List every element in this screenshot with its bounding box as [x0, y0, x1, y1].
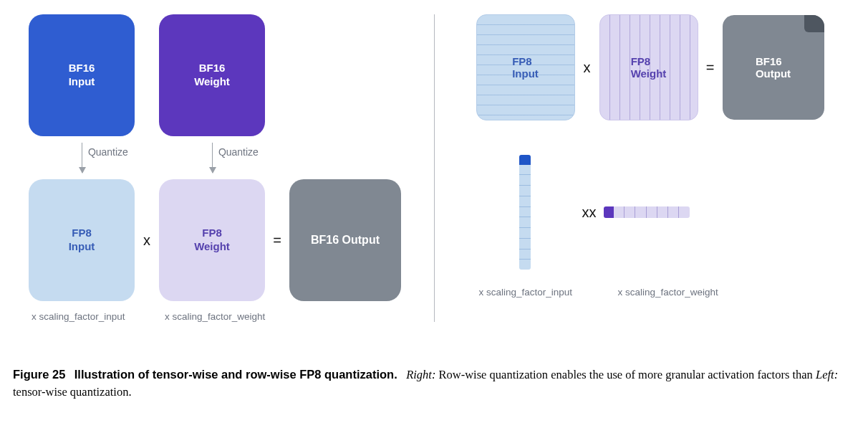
caption-right-label: Right: — [406, 368, 435, 381]
bf16-output-box: BF16 Output — [723, 15, 824, 120]
scaling-factor-input-label: x scaling_factor_input — [476, 287, 601, 298]
panel-divider — [434, 14, 435, 322]
fp8-weight-label: FP8 Weight — [631, 55, 667, 80]
arrow-down-icon — [212, 143, 213, 173]
scaling-column-vector — [519, 155, 531, 270]
caption-left-text: tensor-wise quantization. — [13, 385, 132, 399]
fp8-weight-striped-box: FP8 Weight — [599, 14, 698, 120]
times-operator: x — [135, 232, 159, 249]
scaling-factor-weight-label: x scaling_factor_weight — [162, 311, 271, 322]
fp8-input-box: FP8 Input — [29, 179, 135, 301]
fp8-quantization-figure: BF16 Input BF16 Weight Quantize Quantize — [13, 14, 855, 322]
equals-operator: = — [698, 60, 723, 76]
fp8-input-label: FP8 Input — [512, 55, 539, 80]
bf16-output-label: BF16 Output — [311, 233, 380, 247]
bf16-weight-box: BF16 Weight — [159, 14, 265, 136]
corner-fold-icon — [804, 15, 824, 32]
quantize-label-weight: Quantize — [218, 146, 259, 158]
caption-left-label: Left: — [816, 368, 838, 381]
times-operator: x — [575, 60, 599, 76]
left-panel-tensorwise: BF16 Input BF16 Weight Quantize Quantize — [13, 14, 428, 322]
fp8-weight-box: FP8 Weight — [159, 179, 265, 301]
scaling-row-vector — [604, 206, 690, 218]
quantize-label-input: Quantize — [88, 146, 128, 158]
bf16-output-box: BF16 Output — [289, 179, 401, 301]
bf16-input-label: BF16 Input — [69, 62, 95, 89]
quantize-arrow-weight: Quantize — [159, 136, 265, 179]
fp8-weight-label: FP8 Weight — [194, 227, 230, 254]
figure-caption: Figure 25 Illustration of tensor-wise an… — [13, 366, 855, 401]
figure-title: Illustration of tensor-wise and row-wise… — [74, 368, 397, 381]
right-panel-rowwise: FP8 Input x FP8 Weight = BF16 Output — [440, 14, 856, 322]
arrow-down-icon — [82, 143, 82, 173]
scaling-factor-weight-label: x scaling_factor_weight — [601, 287, 761, 298]
quantize-arrow-input: Quantize — [29, 136, 135, 179]
figure-number: Figure 25 — [13, 368, 65, 381]
equals-operator: = — [265, 232, 289, 249]
fp8-input-striped-box: FP8 Input — [476, 14, 575, 120]
bf16-input-box: BF16 Input — [29, 14, 135, 136]
scaling-factor-input-label: x scaling_factor_input — [29, 311, 138, 322]
bf16-weight-label: BF16 Weight — [194, 62, 230, 89]
caption-right-text: Row-wise quantization enables the use of… — [439, 368, 816, 381]
bf16-output-label: BF16 Output — [756, 55, 791, 80]
times-operator: x — [589, 204, 597, 221]
fp8-input-label: FP8 Input — [69, 227, 95, 254]
